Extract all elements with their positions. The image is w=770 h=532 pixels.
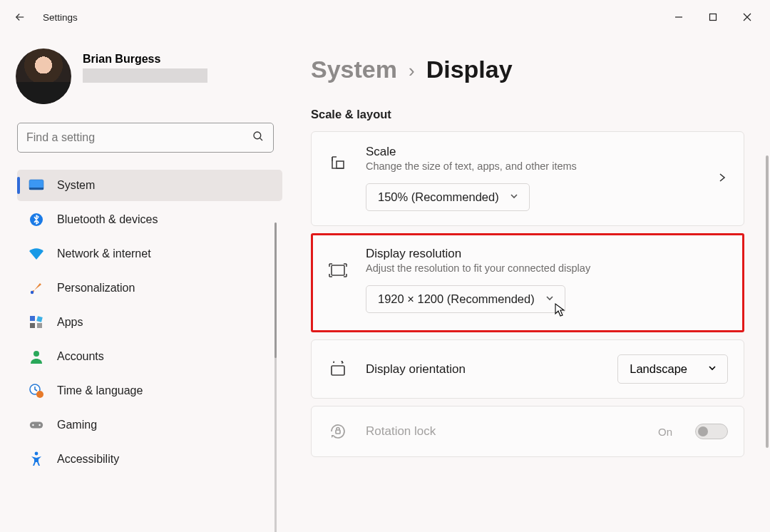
wifi-icon: [29, 246, 44, 262]
sidebar-item-accounts[interactable]: Accounts: [17, 341, 282, 372]
sidebar-item-system[interactable]: System: [17, 170, 282, 201]
svg-rect-6: [30, 316, 35, 321]
sidebar-item-label: Apps: [57, 316, 83, 329]
chevron-down-icon: [707, 362, 717, 376]
resolution-title: Display resolution: [366, 247, 728, 261]
chevron-right-icon[interactable]: [717, 172, 728, 186]
rotation-lock-toggle: [695, 424, 728, 439]
sidebar-item-label: Accounts: [57, 350, 104, 363]
breadcrumb-parent[interactable]: System: [311, 56, 397, 83]
bluetooth-icon: [29, 212, 44, 227]
svg-rect-20: [336, 430, 340, 434]
orientation-dropdown[interactable]: Landscape: [617, 354, 728, 384]
rotation-lock-card: Rotation lock On: [311, 406, 744, 457]
svg-rect-7: [36, 316, 43, 322]
breadcrumb: System › Display: [311, 56, 744, 83]
chevron-right-icon: ›: [409, 57, 415, 82]
avatar: [16, 48, 71, 104]
svg-point-10: [34, 351, 39, 357]
sidebar-item-label: Accessibility: [57, 453, 119, 466]
sidebar-item-label: Network & internet: [57, 247, 151, 260]
minimize-button[interactable]: [662, 3, 696, 31]
gamepad-icon: [29, 417, 44, 433]
maximize-button[interactable]: [696, 3, 730, 31]
sidebar-item-label: System: [57, 179, 95, 192]
sidebar-item-label: Personalization: [57, 282, 135, 295]
content-scrollbar[interactable]: [766, 48, 769, 532]
svg-rect-9: [37, 323, 42, 328]
scale-dropdown[interactable]: 150% (Recommended): [366, 183, 530, 211]
svg-rect-3: [29, 188, 43, 190]
cursor-icon: [553, 302, 566, 318]
sidebar-item-time-language[interactable]: Time & language: [17, 375, 282, 406]
scale-icon: [327, 152, 349, 173]
sidebar-item-label: Gaming: [57, 419, 97, 431]
orientation-icon: [327, 359, 349, 380]
orientation-title: Display orientation: [366, 362, 600, 377]
search-box[interactable]: [17, 123, 274, 153]
svg-rect-0: [710, 14, 717, 21]
sidebar-item-gaming[interactable]: Gaming: [17, 409, 282, 441]
sidebar-scrollbar[interactable]: [274, 222, 277, 532]
content-area: System › Display Scale & layout Scale Ch…: [285, 34, 770, 532]
resolution-icon: [327, 260, 349, 281]
svg-rect-19: [332, 366, 344, 375]
accessibility-icon: [29, 451, 44, 467]
svg-rect-13: [30, 421, 43, 428]
svg-point-16: [35, 452, 38, 456]
brush-icon: [29, 280, 44, 296]
svg-point-5: [31, 291, 34, 294]
sidebar-item-personalization[interactable]: Personalization: [17, 272, 282, 304]
sidebar-item-bluetooth[interactable]: Bluetooth & devices: [17, 204, 282, 235]
sidebar-item-network[interactable]: Network & internet: [17, 238, 282, 270]
svg-point-12: [36, 391, 43, 398]
svg-point-15: [38, 424, 40, 426]
apps-icon: [29, 314, 44, 330]
scale-card[interactable]: Scale Change the size of text, apps, and…: [311, 131, 744, 226]
chevron-down-icon: [509, 190, 519, 204]
resolution-value: 1920 × 1200 (Recommended): [378, 292, 535, 306]
nav-list: System Bluetooth & devices Network & int…: [17, 170, 282, 475]
person-icon: [29, 349, 44, 364]
scale-subtitle: Change the size of text, apps, and other…: [366, 160, 728, 172]
orientation-value: Landscape: [630, 362, 687, 376]
svg-point-14: [32, 424, 34, 426]
sidebar-item-apps[interactable]: Apps: [17, 307, 282, 338]
section-title: Scale & layout: [311, 108, 744, 121]
display-icon: [29, 178, 44, 193]
search-input[interactable]: [26, 131, 252, 144]
search-icon: [252, 130, 265, 145]
rotation-lock-icon: [327, 421, 349, 442]
sidebar: Brian Burgess System Bluetooth & devices: [0, 34, 285, 532]
svg-rect-17: [337, 161, 344, 168]
sidebar-item-label: Time & language: [57, 384, 143, 397]
scale-title: Scale: [366, 145, 728, 159]
display-resolution-card[interactable]: Display resolution Adjust the resolution…: [311, 233, 744, 332]
profile-name: Brian Burgess: [83, 53, 207, 66]
rotation-lock-title: Rotation lock: [366, 424, 641, 439]
clock-globe-icon: [29, 383, 44, 399]
chevron-down-icon: [545, 292, 555, 306]
close-button[interactable]: [730, 3, 764, 31]
window-controls: [662, 3, 764, 31]
titlebar: Settings: [0, 0, 770, 34]
back-button[interactable]: [6, 3, 34, 31]
scale-value: 150% (Recommended): [378, 190, 499, 204]
display-orientation-card[interactable]: Display orientation Landscape: [311, 339, 744, 399]
profile[interactable]: Brian Burgess: [16, 48, 285, 104]
svg-point-1: [254, 132, 261, 139]
svg-rect-18: [332, 265, 344, 275]
profile-email-redacted: [83, 68, 207, 83]
app-title: Settings: [43, 12, 78, 23]
resolution-subtitle: Adjust the resolution to fit your connec…: [366, 262, 728, 274]
svg-rect-8: [30, 323, 35, 328]
resolution-dropdown[interactable]: 1920 × 1200 (Recommended): [366, 285, 565, 313]
rotation-lock-state: On: [658, 426, 672, 438]
sidebar-item-label: Bluetooth & devices: [57, 213, 158, 226]
arrow-left-icon: [14, 11, 26, 24]
settings-window: Settings Brian Burgess: [0, 0, 770, 532]
sidebar-item-accessibility[interactable]: Accessibility: [17, 444, 282, 475]
breadcrumb-current: Display: [426, 56, 513, 83]
